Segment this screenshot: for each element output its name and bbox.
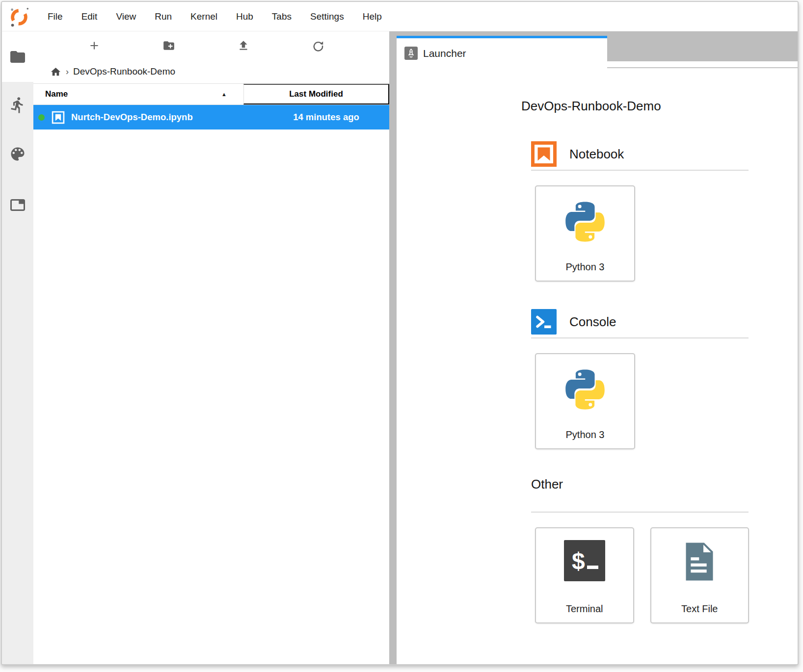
running-person-icon: [9, 96, 27, 114]
section-divider: [531, 512, 749, 513]
notebook-file-icon: [52, 111, 65, 124]
sort-ascending-icon: ▲: [221, 91, 227, 97]
file-list-header: Name ▲ Last Modified: [33, 83, 389, 105]
new-folder-button[interactable]: [132, 35, 206, 56]
launcher-section-other: Other $ Terminal: [521, 477, 749, 623]
python-logo-icon: [562, 198, 609, 245]
launcher-rocket-icon: [404, 47, 418, 60]
file-name-cell: Nurtch-DevOps-Demo.ipynb: [33, 111, 243, 124]
notebook-section-header: Notebook: [531, 141, 749, 167]
terminal-icon: $: [564, 540, 605, 581]
kernel-running-dot: [38, 114, 45, 121]
home-icon[interactable]: [50, 66, 61, 78]
app-body: › DevOps-Runbook-Demo Name ▲ Last Modifi…: [2, 31, 798, 664]
section-divider: [531, 337, 749, 338]
launcher-section-console: Console Python 3: [521, 309, 749, 449]
breadcrumb: › DevOps-Runbook-Demo: [33, 60, 389, 83]
card-label: Terminal: [566, 603, 603, 615]
sidebar-tab-open-tabs[interactable]: [2, 189, 33, 221]
sidebar-tab-commands[interactable]: [2, 138, 33, 170]
refresh-button[interactable]: [281, 35, 355, 56]
launcher-cwd-title: DevOps-Runbook-Demo: [521, 99, 798, 114]
sidebar-tab-running[interactable]: [2, 89, 33, 121]
card-label: Python 3: [566, 429, 605, 440]
main-tab-bar: Launcher: [397, 31, 798, 68]
menu-hub[interactable]: Hub: [227, 4, 263, 29]
refresh-icon: [312, 39, 324, 52]
console-section-header: Console: [531, 309, 749, 335]
python-logo-icon: [562, 366, 609, 413]
other-section-header: Other: [531, 477, 749, 492]
jupyterlab-window: File Edit View Run Kernel Hub Tabs Setti…: [1, 1, 799, 665]
card-label: Text File: [681, 603, 718, 615]
text-file-icon: [678, 540, 721, 583]
breadcrumb-separator: ›: [66, 67, 69, 77]
file-last-modified: 14 minutes ago: [243, 112, 389, 123]
other-section-label: Other: [531, 477, 563, 492]
new-launcher-plus-icon: [88, 39, 101, 52]
palette-icon: [9, 145, 27, 163]
svg-text:$: $: [572, 548, 585, 574]
notebook-icon: [531, 141, 557, 167]
menu-run[interactable]: Run: [145, 4, 181, 29]
section-divider: [531, 170, 749, 171]
menu-kernel[interactable]: Kernel: [181, 4, 227, 29]
main-dock-panel: Launcher DevOps-Runbook-Demo Notebook: [397, 31, 798, 664]
tab-launcher[interactable]: Launcher: [397, 36, 607, 68]
menu-help[interactable]: Help: [353, 4, 391, 29]
file-browser-panel: › DevOps-Runbook-Demo Name ▲ Last Modifi…: [33, 31, 389, 664]
panel-splitter-handle[interactable]: [389, 31, 397, 664]
upload-button[interactable]: [206, 35, 281, 56]
tab-launcher-label: Launcher: [423, 48, 466, 59]
left-sidebar: [2, 31, 33, 664]
tabs-panel-icon: [9, 196, 27, 214]
notebook-section-label: Notebook: [569, 147, 624, 162]
menu-view[interactable]: View: [107, 4, 145, 29]
file-name: Nurtch-DevOps-Demo.ipynb: [71, 112, 193, 123]
launcher-section-notebook: Notebook Python 3: [521, 141, 749, 282]
breadcrumb-current-folder[interactable]: DevOps-Runbook-Demo: [73, 66, 175, 77]
column-header-last-modified[interactable]: Last Modified: [243, 84, 389, 104]
column-header-name[interactable]: Name ▲: [33, 84, 243, 104]
menubar: File Edit View Run Kernel Hub Tabs Setti…: [2, 2, 798, 31]
column-name-label: Name: [45, 89, 68, 99]
menu-settings[interactable]: Settings: [301, 4, 353, 29]
menu-file[interactable]: File: [38, 4, 72, 29]
launcher-card-terminal[interactable]: $ Terminal: [535, 527, 634, 623]
menu-tabs[interactable]: Tabs: [263, 4, 301, 29]
console-section-label: Console: [569, 314, 616, 330]
launcher-card-notebook-python3[interactable]: Python 3: [535, 185, 635, 282]
launcher-panel: DevOps-Runbook-Demo Notebook: [397, 68, 798, 664]
file-browser-toolbar: [33, 31, 389, 60]
launcher-card-text-file[interactable]: Text File: [650, 527, 749, 623]
file-row-selected[interactable]: Nurtch-DevOps-Demo.ipynb 14 minutes ago: [33, 105, 389, 129]
menu-edit[interactable]: Edit: [72, 4, 107, 29]
column-last-modified-label: Last Modified: [289, 89, 343, 99]
upload-icon: [237, 39, 250, 52]
sidebar-tab-files[interactable]: [2, 31, 33, 82]
new-launcher-button[interactable]: [57, 35, 132, 56]
launcher-card-console-python3[interactable]: Python 3: [535, 353, 635, 449]
folder-icon: [9, 48, 27, 66]
jupyter-logo-icon: [8, 5, 30, 28]
console-icon: [531, 309, 557, 335]
card-label: Python 3: [566, 261, 605, 273]
new-folder-icon: [162, 39, 175, 52]
